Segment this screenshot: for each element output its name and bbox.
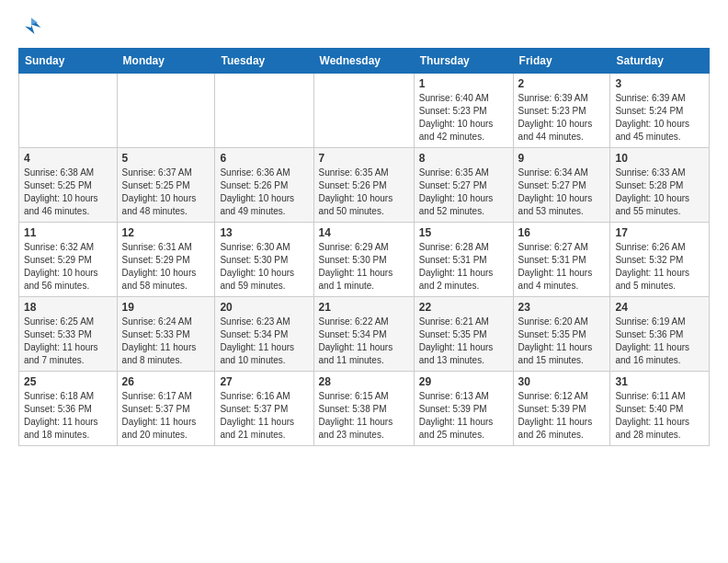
- calendar-cell: 2Sunrise: 6:39 AMSunset: 5:23 PMDaylight…: [513, 74, 610, 148]
- day-number: 1: [419, 77, 508, 90]
- day-number: 13: [220, 226, 308, 239]
- day-info: Sunrise: 6:35 AMSunset: 5:26 PMDaylight:…: [319, 167, 409, 218]
- day-info: Sunrise: 6:33 AMSunset: 5:28 PMDaylight:…: [615, 167, 704, 218]
- calendar-cell: 27Sunrise: 6:16 AMSunset: 5:37 PMDayligh…: [215, 372, 313, 446]
- day-number: 30: [518, 375, 606, 388]
- week-row-3: 11Sunrise: 6:32 AMSunset: 5:29 PMDayligh…: [19, 223, 710, 297]
- day-number: 7: [319, 152, 409, 165]
- day-number: 14: [319, 226, 409, 239]
- day-number: 4: [24, 152, 112, 165]
- logo: [18, 15, 48, 40]
- calendar-cell: 5Sunrise: 6:37 AMSunset: 5:25 PMDaylight…: [117, 148, 215, 223]
- calendar-cell: 8Sunrise: 6:35 AMSunset: 5:27 PMDaylight…: [414, 148, 513, 223]
- day-info: Sunrise: 6:11 AMSunset: 5:40 PMDaylight:…: [615, 390, 704, 442]
- calendar-cell: [117, 74, 215, 148]
- week-row-1: 1Sunrise: 6:40 AMSunset: 5:23 PMDaylight…: [19, 74, 710, 148]
- calendar-cell: 18Sunrise: 6:25 AMSunset: 5:33 PMDayligh…: [19, 297, 118, 372]
- calendar-cell: 15Sunrise: 6:28 AMSunset: 5:31 PMDayligh…: [414, 223, 513, 297]
- week-row-4: 18Sunrise: 6:25 AMSunset: 5:33 PMDayligh…: [19, 297, 710, 372]
- week-row-2: 4Sunrise: 6:38 AMSunset: 5:25 PMDaylight…: [19, 148, 710, 223]
- day-number: 18: [24, 301, 112, 314]
- day-number: 31: [615, 375, 704, 388]
- header-friday: Friday: [513, 49, 610, 74]
- day-info: Sunrise: 6:31 AMSunset: 5:29 PMDaylight:…: [122, 241, 210, 293]
- day-number: 12: [122, 226, 210, 239]
- day-info: Sunrise: 6:13 AMSunset: 5:39 PMDaylight:…: [419, 390, 508, 442]
- day-info: Sunrise: 6:35 AMSunset: 5:27 PMDaylight:…: [419, 167, 508, 218]
- day-number: 20: [220, 301, 308, 314]
- calendar-cell: 12Sunrise: 6:31 AMSunset: 5:29 PMDayligh…: [117, 223, 215, 297]
- calendar-cell: 9Sunrise: 6:34 AMSunset: 5:27 PMDaylight…: [513, 148, 610, 223]
- calendar-cell: 20Sunrise: 6:23 AMSunset: 5:34 PMDayligh…: [215, 297, 313, 372]
- day-info: Sunrise: 6:23 AMSunset: 5:34 PMDaylight:…: [220, 316, 308, 367]
- day-number: 16: [518, 226, 606, 239]
- day-info: Sunrise: 6:38 AMSunset: 5:25 PMDaylight:…: [24, 167, 112, 218]
- day-info: Sunrise: 6:20 AMSunset: 5:35 PMDaylight:…: [518, 316, 606, 367]
- day-number: 21: [319, 301, 409, 314]
- day-info: Sunrise: 6:37 AMSunset: 5:25 PMDaylight:…: [122, 167, 210, 218]
- calendar-cell: 25Sunrise: 6:18 AMSunset: 5:36 PMDayligh…: [19, 372, 118, 446]
- day-number: 2: [518, 77, 606, 90]
- calendar-cell: 26Sunrise: 6:17 AMSunset: 5:37 PMDayligh…: [117, 372, 215, 446]
- calendar-cell: 4Sunrise: 6:38 AMSunset: 5:25 PMDaylight…: [19, 148, 118, 223]
- calendar-cell: [215, 74, 313, 148]
- calendar-cell: 16Sunrise: 6:27 AMSunset: 5:31 PMDayligh…: [513, 223, 610, 297]
- header-sunday: Sunday: [19, 49, 118, 74]
- day-info: Sunrise: 6:30 AMSunset: 5:30 PMDaylight:…: [220, 241, 308, 293]
- day-info: Sunrise: 6:28 AMSunset: 5:31 PMDaylight:…: [419, 241, 508, 293]
- day-info: Sunrise: 6:32 AMSunset: 5:29 PMDaylight:…: [24, 241, 112, 293]
- calendar-cell: [19, 74, 118, 148]
- day-info: Sunrise: 6:25 AMSunset: 5:33 PMDaylight:…: [24, 316, 112, 367]
- calendar-table: SundayMondayTuesdayWednesdayThursdayFrid…: [18, 48, 710, 446]
- day-info: Sunrise: 6:39 AMSunset: 5:24 PMDaylight:…: [615, 92, 704, 144]
- day-number: 15: [419, 226, 508, 239]
- day-number: 25: [24, 375, 112, 388]
- calendar-cell: 28Sunrise: 6:15 AMSunset: 5:38 PMDayligh…: [313, 372, 414, 446]
- calendar-cell: 14Sunrise: 6:29 AMSunset: 5:30 PMDayligh…: [313, 223, 414, 297]
- day-info: Sunrise: 6:21 AMSunset: 5:35 PMDaylight:…: [419, 316, 508, 367]
- day-number: 29: [419, 375, 508, 388]
- day-info: Sunrise: 6:29 AMSunset: 5:30 PMDaylight:…: [319, 241, 409, 293]
- header: [18, 15, 710, 40]
- header-wednesday: Wednesday: [313, 49, 414, 74]
- calendar-cell: 30Sunrise: 6:12 AMSunset: 5:39 PMDayligh…: [513, 372, 610, 446]
- day-info: Sunrise: 6:40 AMSunset: 5:23 PMDaylight:…: [419, 92, 508, 144]
- calendar-cell: 13Sunrise: 6:30 AMSunset: 5:30 PMDayligh…: [215, 223, 313, 297]
- day-info: Sunrise: 6:16 AMSunset: 5:37 PMDaylight:…: [220, 390, 308, 442]
- calendar-cell: 1Sunrise: 6:40 AMSunset: 5:23 PMDaylight…: [414, 74, 513, 148]
- calendar-cell: 31Sunrise: 6:11 AMSunset: 5:40 PMDayligh…: [610, 372, 710, 446]
- day-number: 24: [615, 301, 704, 314]
- day-info: Sunrise: 6:27 AMSunset: 5:31 PMDaylight:…: [518, 241, 606, 293]
- calendar-cell: 11Sunrise: 6:32 AMSunset: 5:29 PMDayligh…: [19, 223, 118, 297]
- calendar-cell: 10Sunrise: 6:33 AMSunset: 5:28 PMDayligh…: [610, 148, 710, 223]
- day-info: Sunrise: 6:22 AMSunset: 5:34 PMDaylight:…: [319, 316, 409, 367]
- header-monday: Monday: [117, 49, 215, 74]
- day-info: Sunrise: 6:36 AMSunset: 5:26 PMDaylight:…: [220, 167, 308, 218]
- day-number: 9: [518, 152, 606, 165]
- calendar-cell: 29Sunrise: 6:13 AMSunset: 5:39 PMDayligh…: [414, 372, 513, 446]
- calendar-cell: 23Sunrise: 6:20 AMSunset: 5:35 PMDayligh…: [513, 297, 610, 372]
- calendar-cell: [313, 74, 414, 148]
- day-info: Sunrise: 6:19 AMSunset: 5:36 PMDaylight:…: [615, 316, 704, 367]
- day-info: Sunrise: 6:12 AMSunset: 5:39 PMDaylight:…: [518, 390, 606, 442]
- day-number: 22: [419, 301, 508, 314]
- calendar-cell: 6Sunrise: 6:36 AMSunset: 5:26 PMDaylight…: [215, 148, 313, 223]
- day-info: Sunrise: 6:18 AMSunset: 5:36 PMDaylight:…: [24, 390, 112, 442]
- calendar-cell: 17Sunrise: 6:26 AMSunset: 5:32 PMDayligh…: [610, 223, 710, 297]
- day-info: Sunrise: 6:24 AMSunset: 5:33 PMDaylight:…: [122, 316, 210, 367]
- calendar-cell: 22Sunrise: 6:21 AMSunset: 5:35 PMDayligh…: [414, 297, 513, 372]
- logo-bird-icon: [18, 15, 44, 40]
- header-tuesday: Tuesday: [215, 49, 313, 74]
- calendar-cell: 24Sunrise: 6:19 AMSunset: 5:36 PMDayligh…: [610, 297, 710, 372]
- calendar-cell: 7Sunrise: 6:35 AMSunset: 5:26 PMDaylight…: [313, 148, 414, 223]
- day-number: 3: [615, 77, 704, 90]
- calendar-cell: 3Sunrise: 6:39 AMSunset: 5:24 PMDaylight…: [610, 74, 710, 148]
- day-number: 23: [518, 301, 606, 314]
- week-row-5: 25Sunrise: 6:18 AMSunset: 5:36 PMDayligh…: [19, 372, 710, 446]
- day-number: 8: [419, 152, 508, 165]
- calendar-cell: 19Sunrise: 6:24 AMSunset: 5:33 PMDayligh…: [117, 297, 215, 372]
- day-number: 10: [615, 152, 704, 165]
- day-number: 5: [122, 152, 210, 165]
- header-saturday: Saturday: [610, 49, 710, 74]
- day-number: 17: [615, 226, 704, 239]
